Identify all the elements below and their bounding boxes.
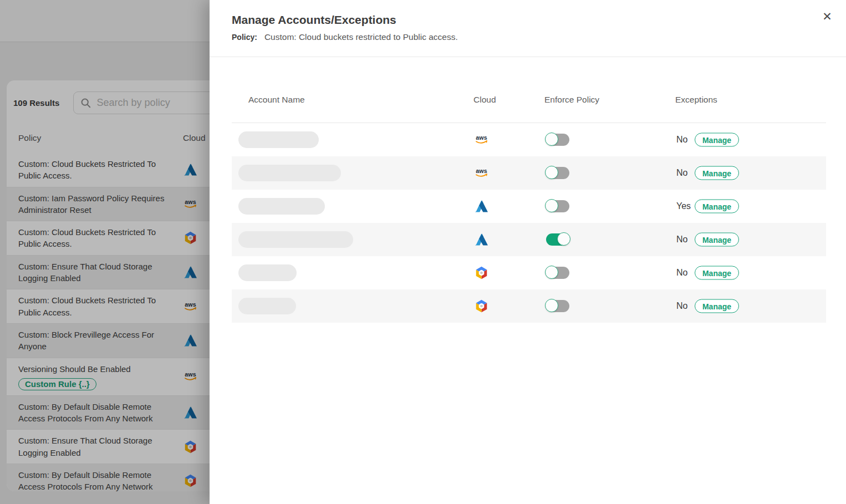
toggle-knob	[545, 266, 558, 279]
toggle-knob	[557, 232, 570, 246]
azure-icon	[474, 199, 489, 214]
manage-button[interactable]: Manage	[695, 299, 739, 313]
manage-button[interactable]: Manage	[695, 266, 739, 280]
account-name-redacted	[238, 131, 319, 148]
account-row: No Manage	[232, 256, 826, 289]
policy-label: Policy:	[232, 33, 257, 42]
policy-value: Custom: Cloud buckets restricted to Publ…	[264, 32, 458, 42]
enforce-policy-toggle[interactable]	[546, 300, 569, 312]
close-icon[interactable]: ✕	[818, 8, 836, 26]
enforce-policy-column-header: Enforce Policy	[544, 95, 599, 105]
manage-button[interactable]: Manage	[695, 200, 739, 213]
accounts-table: Account Name Cloud Enforce Policy Except…	[232, 57, 826, 323]
account-name-redacted	[238, 298, 296, 314]
exceptions-value: Yes	[676, 201, 691, 211]
enforce-policy-toggle[interactable]	[546, 134, 569, 146]
accounts-table-header: Account Name Cloud Enforce Policy Except…	[232, 57, 826, 123]
modal-title: Manage Accounts/Exceptions	[232, 13, 824, 27]
account-name-column-header: Account Name	[248, 95, 305, 105]
account-row: No Manage	[232, 289, 826, 323]
manage-button[interactable]: Manage	[695, 166, 739, 180]
toggle-knob	[545, 299, 558, 312]
aws-icon	[474, 133, 489, 147]
manage-button[interactable]: Manage	[695, 133, 739, 147]
gcp-icon	[474, 266, 489, 281]
policy-line: Policy: Custom: Cloud buckets restricted…	[232, 32, 824, 42]
exceptions-value: No	[676, 301, 687, 311]
aws-icon	[474, 166, 489, 181]
manage-button[interactable]: Manage	[695, 233, 739, 247]
enforce-policy-toggle[interactable]	[546, 167, 569, 179]
exceptions-value: No	[676, 235, 687, 245]
account-rows: No Manage No Manage Yes Manage	[232, 123, 826, 323]
account-row: No Manage	[232, 223, 826, 256]
enforce-policy-toggle[interactable]	[546, 267, 569, 279]
account-name-redacted	[238, 264, 297, 281]
manage-accounts-modal: Manage Accounts/Exceptions Policy: Custo…	[210, 0, 846, 504]
modal-header: Manage Accounts/Exceptions Policy: Custo…	[210, 0, 846, 57]
cloud-column-header: Cloud	[473, 95, 496, 105]
enforce-policy-toggle[interactable]	[546, 233, 569, 246]
account-row: No Manage	[232, 123, 826, 156]
enforce-policy-toggle[interactable]	[546, 200, 569, 212]
account-row: No Manage	[232, 156, 826, 190]
exceptions-value: No	[676, 135, 687, 145]
account-name-redacted	[238, 231, 353, 248]
exceptions-value: No	[676, 168, 687, 178]
azure-icon	[474, 232, 489, 247]
account-row: Yes Manage	[232, 190, 826, 223]
account-name-redacted	[238, 165, 341, 181]
gcp-icon	[474, 299, 489, 314]
exceptions-value: No	[676, 268, 687, 278]
toggle-knob	[545, 199, 558, 212]
account-name-redacted	[238, 198, 325, 215]
exceptions-column-header: Exceptions	[675, 95, 717, 105]
toggle-knob	[545, 133, 558, 146]
toggle-knob	[545, 166, 558, 179]
